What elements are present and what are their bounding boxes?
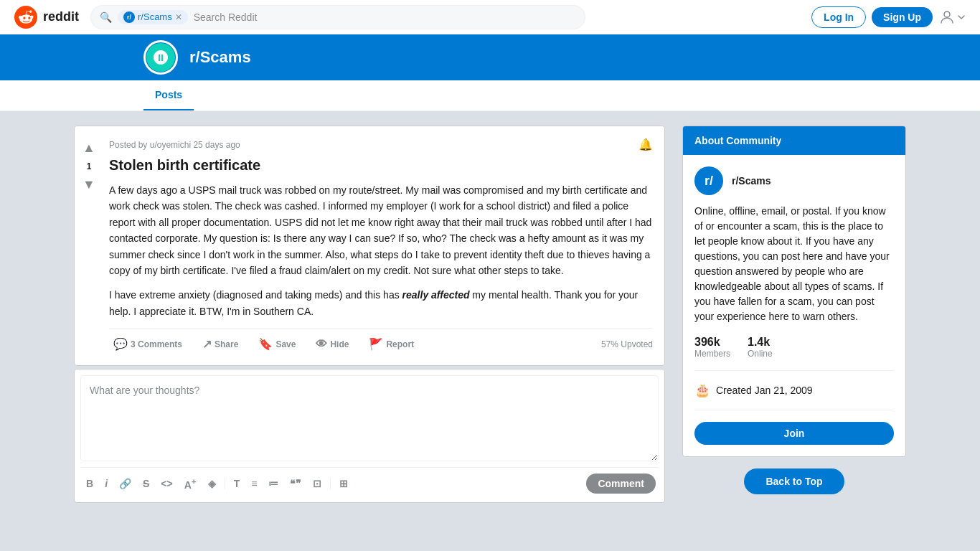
comment-box: B i 🔗 S <> A+ ◈ T ≡ ≔ ❝❞ ⊡ ⊞ Comment xyxy=(74,369,665,503)
header: reddit 🔍 r/ r/Scams ✕ Log In Sign Up xyxy=(0,0,980,34)
online-value: 1.4k xyxy=(748,336,773,349)
upvote-button[interactable]: ▲ xyxy=(80,138,98,159)
main-content: ▲ 1 ▼ Posted by u/oyemichi 25 days ago 🔔… xyxy=(60,111,920,517)
post-body-bold-italic: really affected xyxy=(402,289,470,301)
created-label: Created Jan 21, 2009 xyxy=(716,385,813,396)
bullet-list-button[interactable]: ≡ xyxy=(248,475,260,492)
search-input[interactable] xyxy=(194,11,576,23)
spoiler-button[interactable]: ◈ xyxy=(205,475,219,492)
post-container: ▲ 1 ▼ Posted by u/oyemichi 25 days ago 🔔… xyxy=(74,126,665,503)
comments-icon: 💬 xyxy=(113,337,128,351)
save-button[interactable]: 🔖 Save xyxy=(254,334,300,354)
post-actions: 💬 3 Comments ↗ Share 🔖 Save 👁 Hide xyxy=(109,328,653,359)
nav-tabs: Posts xyxy=(0,80,980,111)
italic-button[interactable]: i xyxy=(102,475,110,492)
code-block-button[interactable]: ⊡ xyxy=(310,475,324,492)
signup-button[interactable]: Sign Up xyxy=(872,7,933,27)
subreddit-tag-icon: r/ xyxy=(123,11,135,23)
about-community-body: r/ r/Scams Online, offline, email, or po… xyxy=(683,155,905,456)
save-label: Save xyxy=(275,339,296,349)
report-icon: 🚩 xyxy=(369,337,383,351)
community-banner-name: r/Scams xyxy=(189,48,251,67)
downvote-button[interactable]: ▼ xyxy=(80,174,98,195)
table-button[interactable]: ⊞ xyxy=(336,475,351,492)
report-button[interactable]: 🚩 Report xyxy=(364,334,418,354)
members-label: Members xyxy=(694,349,730,359)
post-body: A few days ago a USPS mail truck was rob… xyxy=(109,182,653,319)
post-title: Stolen birth certificate xyxy=(109,157,653,174)
online-stat: 1.4k Online xyxy=(748,336,773,359)
online-label: Online xyxy=(748,349,773,359)
bold-button[interactable]: B xyxy=(83,475,96,492)
post-content: Posted by u/oyemichi 25 days ago 🔔 Stole… xyxy=(109,132,659,359)
comment-textarea[interactable] xyxy=(80,375,659,461)
logo[interactable]: reddit xyxy=(14,6,79,29)
search-tag-label: r/Scams xyxy=(138,11,172,22)
blockquote-button[interactable]: ❝❞ xyxy=(287,475,304,492)
code-inline-button[interactable]: <> xyxy=(158,475,175,492)
vote-column: ▲ 1 ▼ xyxy=(75,132,103,359)
save-icon: 🔖 xyxy=(258,337,273,351)
hide-label: Hide xyxy=(330,339,349,349)
toolbar-separator-1 xyxy=(225,478,225,489)
post-body-p1: A few days ago a USPS mail truck was rob… xyxy=(109,182,653,278)
about-community-card: About Community r/ r/Scams Online, offli… xyxy=(682,126,906,457)
reddit-logo-icon xyxy=(14,6,37,29)
numbered-list-button[interactable]: ≔ xyxy=(265,475,281,492)
cake-icon: 🎂 xyxy=(694,382,710,398)
stats-row: 396k Members 1.4k Online xyxy=(694,336,894,371)
hide-icon: 👁 xyxy=(316,338,327,351)
strikethrough-button[interactable]: S xyxy=(140,475,152,492)
vote-count: 1 xyxy=(87,161,92,171)
post-meta: Posted by u/oyemichi 25 days ago 🔔 xyxy=(109,138,653,151)
search-tag-remove[interactable]: ✕ xyxy=(175,12,182,22)
community-description: Online, offline, email, or postal. If yo… xyxy=(694,204,894,324)
login-button[interactable]: Log In xyxy=(811,6,866,28)
about-community-header: About Community xyxy=(683,126,905,155)
community-banner-icon xyxy=(143,40,178,75)
svg-point-1 xyxy=(944,11,950,17)
share-button[interactable]: ↗ Share xyxy=(198,334,242,354)
heading-button[interactable]: T xyxy=(231,475,243,492)
sidebar: About Community r/ r/Scams Online, offli… xyxy=(682,126,906,503)
post-card: ▲ 1 ▼ Posted by u/oyemichi 25 days ago 🔔… xyxy=(74,126,665,366)
post-body-p2-start: I have extreme anxiety (diagnosed and ta… xyxy=(109,289,402,301)
members-stat: 396k Members xyxy=(694,336,730,359)
upvote-percentage: 57% Upvoted xyxy=(601,339,653,349)
toolbar-separator-2 xyxy=(330,478,331,489)
community-info-row: r/ r/Scams xyxy=(694,166,894,195)
header-actions: Log In Sign Up xyxy=(811,6,966,28)
share-label: Share xyxy=(215,339,238,349)
user-menu-icon[interactable] xyxy=(938,9,966,26)
created-row: 🎂 Created Jan 21, 2009 xyxy=(694,382,894,410)
back-to-top-button[interactable]: Back to Top xyxy=(744,468,844,494)
submit-comment-button[interactable]: Comment xyxy=(586,474,656,494)
post-body-p2: I have extreme anxiety (diagnosed and ta… xyxy=(109,287,653,319)
comments-label: 3 Comments xyxy=(131,339,182,349)
hide-button[interactable]: 👁 Hide xyxy=(311,335,353,354)
notification-bell-icon[interactable]: 🔔 xyxy=(639,138,653,151)
community-subreddit-name: r/Scams xyxy=(732,175,771,187)
community-banner: r/Scams xyxy=(0,34,980,80)
post-author-meta: Posted by u/oyemichi 25 days ago xyxy=(109,140,240,150)
superscript-button[interactable]: A+ xyxy=(182,474,199,494)
report-label: Report xyxy=(386,339,414,349)
link-button[interactable]: 🔗 xyxy=(116,475,134,492)
share-icon: ↗ xyxy=(202,337,212,351)
tab-posts[interactable]: Posts xyxy=(143,80,194,110)
members-value: 396k xyxy=(694,336,730,349)
search-tag: r/ r/Scams ✕ xyxy=(118,10,188,24)
join-button[interactable]: Join xyxy=(694,422,894,445)
logo-text: reddit xyxy=(43,9,79,24)
comments-button[interactable]: 💬 3 Comments xyxy=(109,334,187,354)
search-icon: 🔍 xyxy=(100,11,112,23)
comment-toolbar: B i 🔗 S <> A+ ◈ T ≡ ≔ ❝❞ ⊡ ⊞ Comment xyxy=(80,467,659,496)
search-bar: 🔍 r/ r/Scams ✕ xyxy=(90,5,585,29)
community-avatar: r/ xyxy=(694,166,723,195)
